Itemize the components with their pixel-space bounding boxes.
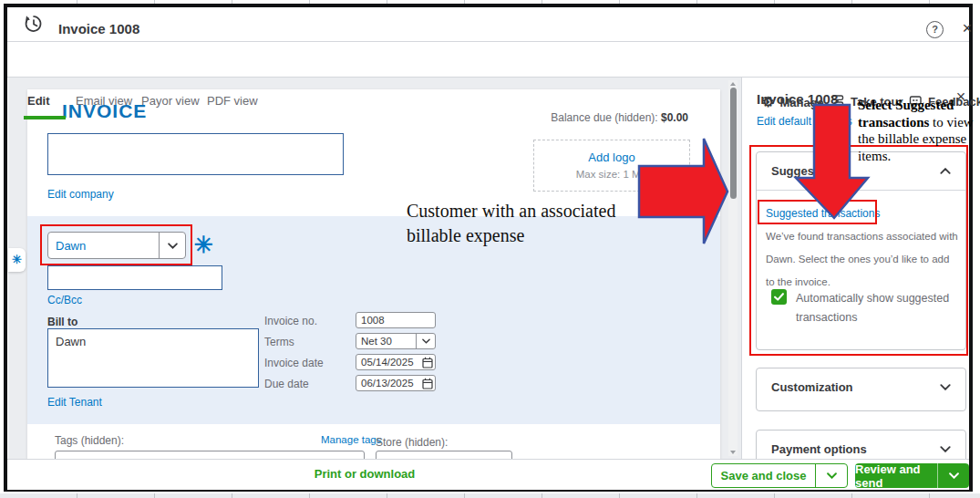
review-and-send-button[interactable]: Review and send [855,463,969,488]
customer-email-input[interactable] [47,265,222,290]
customer-dropdown[interactable]: Dawn [47,232,186,259]
ai-sparkle-icon: ✳ [194,232,213,258]
suggestions-header-label: Suggestions [771,164,842,178]
help-icon[interactable]: ? [926,21,944,38]
manage-button[interactable]: ⚙ Manage [762,94,824,110]
calendar-icon[interactable] [419,357,435,368]
chevron-down-icon[interactable] [940,384,951,390]
suggested-transactions-link[interactable]: Suggested transactions [766,207,880,220]
vertical-scrollbar[interactable] [728,80,738,456]
feedback-bubble-icon [908,94,923,109]
take-tour-label: Take tour [851,95,903,109]
add-logo-note: Max size: 1 MB [534,169,689,180]
edit-default-settings-link[interactable]: Edit default settings [757,115,852,128]
company-name-box[interactable] [47,133,344,175]
add-logo-link[interactable]: Add logo [534,150,689,164]
invoice-date-input[interactable]: 05/14/2025 [356,354,436,370]
auto-show-checkbox-label: Automatically show suggested transaction… [796,289,955,327]
invoice-date-label: Invoice date [264,357,324,369]
sparkle-icon: ✳ [12,253,22,266]
payment-options-header-label: Payment options [771,442,867,456]
customization-card: Customization [756,368,966,411]
signpost-icon [830,94,845,109]
tab-bar: Edit Email view Payor view PDF view ⚙ Ma… [7,42,969,78]
scroll-up-arrow[interactable] [730,82,736,86]
chevron-down-icon[interactable] [940,446,951,452]
feedback-label: Feedback [928,95,980,109]
add-logo-dropzone[interactable]: Add logo Max size: 1 MB [533,140,690,192]
tab-email-view[interactable]: Email view [76,94,132,108]
balance-due-label: Balance due (hidden): [551,111,661,124]
terms-dropdown[interactable]: Net 30 [356,333,436,349]
balance-due: Balance due (hidden): $0.00 [415,111,688,124]
close-icon[interactable]: × [957,18,977,38]
scrollbar-thumb[interactable] [730,88,737,199]
chevron-down-icon[interactable] [937,463,969,488]
checked-checkbox[interactable] [771,289,787,305]
customization-header-label: Customization [771,380,853,394]
tab-payor-view[interactable]: Payor view [141,94,200,108]
due-date-input[interactable]: 06/13/2025 [356,375,436,391]
tags-label: Tags (hidden): [55,434,124,447]
suggestions-body-text: We’ve found transactions associated with… [766,225,959,294]
terms-label: Terms [264,336,294,348]
manage-tags-link[interactable]: Manage tags [321,434,382,445]
tab-pdf-view[interactable]: PDF view [207,94,258,108]
background-gridlines-bottom [0,493,980,498]
bill-to-label: Bill to [47,316,77,328]
scroll-down-arrow[interactable] [730,451,736,454]
calendar-icon[interactable] [419,378,435,389]
manage-label: Manage [779,96,823,109]
balance-due-value: $0.00 [661,111,688,124]
terms-value: Net 30 [356,336,416,347]
suggestions-card: Suggestions Suggested transactions We’ve… [756,151,966,350]
feedback-button[interactable]: Feedback [908,94,980,109]
page-title: Invoice 1008 [58,21,139,36]
due-date-value: 06/13/2025 [356,378,419,389]
store-label: Store (hidden): [376,436,448,449]
invoice-date-value: 05/14/2025 [356,357,419,368]
ai-assist-side-tab[interactable]: ✳ [8,248,26,272]
invoice-no-value: 1008 [356,315,435,326]
review-and-send-label: Review and send [855,463,937,488]
edit-tenant-link[interactable]: Edit Tenant [47,396,102,409]
chevron-down-icon[interactable] [159,233,185,258]
chevron-down-icon[interactable] [416,334,435,348]
customer-dropdown-value: Dawn [48,239,159,253]
chevron-down-icon[interactable] [815,464,847,487]
checkmark-icon [774,293,784,301]
gear-icon: ⚙ [762,94,774,110]
title-bar: Invoice 1008 ? × [7,7,969,42]
save-and-close-button[interactable]: Save and close [711,463,848,488]
invoice-no-label: Invoice no. [264,315,317,327]
tab-edit[interactable]: Edit [27,94,50,108]
save-and-close-label: Save and close [712,464,815,487]
card-divider [757,190,965,191]
print-or-download-link[interactable]: Print or download [292,467,438,481]
suggestions-header[interactable]: Suggestions [757,152,965,190]
ccbcc-link[interactable]: Cc/Bcc [47,294,82,306]
edit-company-link[interactable]: Edit company [47,188,114,201]
auto-show-checkbox-row: Automatically show suggested transaction… [771,289,955,327]
active-tab-underline [24,116,66,119]
history-icon [24,14,44,34]
bill-to-textarea[interactable]: Dawn [47,328,259,388]
due-date-label: Due date [264,378,309,390]
customization-header[interactable]: Customization [757,368,965,406]
invoice-no-input[interactable]: 1008 [356,312,436,328]
chevron-up-icon[interactable] [940,168,951,174]
take-tour-button[interactable]: Take tour [830,94,903,109]
